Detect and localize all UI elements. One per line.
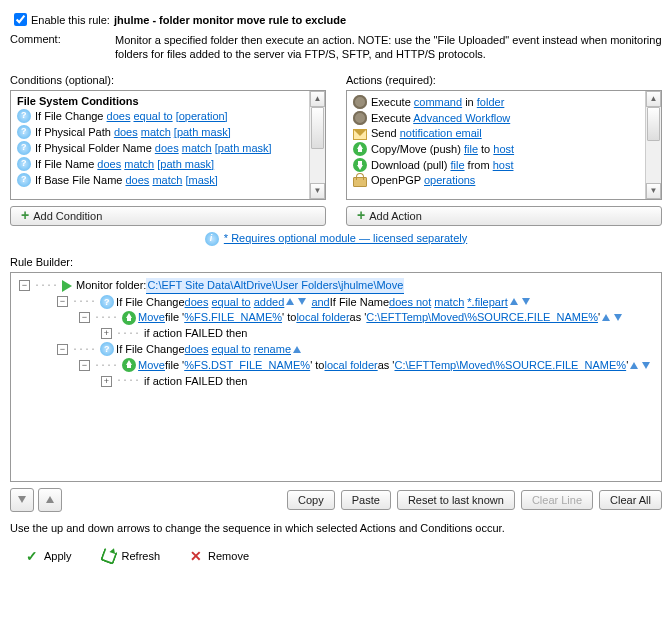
link[interactable]: operations bbox=[424, 174, 475, 186]
apply-action[interactable]: ✓ Apply bbox=[26, 548, 72, 564]
tree-collapse-icon[interactable]: − bbox=[57, 296, 68, 307]
condition-item[interactable]: If File Change does equal to [operation] bbox=[11, 108, 325, 124]
licensed-link[interactable]: * Requires optional module — licensed se… bbox=[224, 232, 467, 244]
tree-expand-icon[interactable]: + bbox=[101, 376, 112, 387]
clear-all-button[interactable]: Clear All bbox=[599, 490, 662, 510]
link[interactable]: local folder bbox=[296, 310, 349, 325]
link[interactable]: added bbox=[254, 295, 285, 310]
link[interactable]: C:\EFTTemp\Moved\%SOURCE.FILE_NAME% bbox=[366, 310, 598, 325]
tree-expand-icon[interactable]: + bbox=[101, 328, 112, 339]
tree-collapse-icon[interactable]: − bbox=[79, 360, 90, 371]
tree-row[interactable]: + ···· if action FAILED then bbox=[15, 326, 657, 341]
scrollbar[interactable]: ▲ ▼ bbox=[309, 91, 325, 199]
refresh-action[interactable]: Refresh bbox=[102, 549, 161, 563]
tree-row[interactable]: − ···· Move file ' %FS.FILE_NAME% ' to l… bbox=[15, 310, 657, 325]
condition-item[interactable]: If Physical Folder Name does match [path… bbox=[11, 140, 325, 156]
link[interactable]: file bbox=[450, 159, 464, 171]
arrow-down-icon[interactable] bbox=[614, 314, 622, 321]
move-down-button[interactable] bbox=[10, 488, 34, 512]
monitor-folder-link[interactable]: C:\EFT Site Data\AltDrive\User Folders\j… bbox=[146, 278, 404, 294]
tree-row[interactable]: − ···· If File Change does equal to rena… bbox=[15, 342, 657, 357]
add-action-button[interactable]: +Add Action bbox=[346, 206, 662, 226]
arrow-down-icon[interactable] bbox=[522, 298, 530, 305]
scroll-thumb[interactable] bbox=[647, 107, 660, 141]
link[interactable]: match bbox=[182, 142, 212, 154]
link[interactable]: C:\EFTTemp\Moved\%SOURCE.FILE_NAME% bbox=[394, 358, 626, 373]
link[interactable]: does bbox=[114, 126, 138, 138]
link[interactable]: Move bbox=[138, 310, 165, 325]
enable-rule-checkbox[interactable] bbox=[14, 13, 27, 26]
arrow-down-icon[interactable] bbox=[298, 298, 306, 305]
reset-button[interactable]: Reset to last known bbox=[397, 490, 515, 510]
link[interactable]: folder bbox=[477, 96, 505, 108]
scroll-thumb[interactable] bbox=[311, 107, 324, 149]
paste-button[interactable]: Paste bbox=[341, 490, 391, 510]
tree-collapse-icon[interactable]: − bbox=[19, 280, 30, 291]
arrow-up-icon[interactable] bbox=[286, 298, 294, 305]
condition-item[interactable]: If Physical Path does match [path mask] bbox=[11, 124, 325, 140]
add-condition-button[interactable]: +Add Condition bbox=[10, 206, 326, 226]
rule-builder-box[interactable]: − ···· Monitor folder: C:\EFT Site Data\… bbox=[10, 272, 662, 482]
tree-collapse-icon[interactable]: − bbox=[79, 312, 90, 323]
action-item[interactable]: Execute command in folder bbox=[347, 94, 661, 110]
arrow-up-icon[interactable] bbox=[602, 314, 610, 321]
arrow-down-icon[interactable] bbox=[642, 362, 650, 369]
link[interactable]: [path mask] bbox=[157, 158, 214, 170]
link[interactable]: host bbox=[493, 159, 514, 171]
link[interactable]: equal to bbox=[133, 110, 172, 122]
scrollbar[interactable]: ▲ ▼ bbox=[645, 91, 661, 199]
scroll-up-icon[interactable]: ▲ bbox=[310, 91, 325, 107]
link[interactable]: does bbox=[107, 110, 131, 122]
condition-item[interactable]: If Base File Name does match [mask] bbox=[11, 172, 325, 188]
arrow-up-icon[interactable] bbox=[510, 298, 518, 305]
link[interactable]: does not bbox=[389, 295, 431, 310]
scroll-down-icon[interactable]: ▼ bbox=[310, 183, 325, 199]
link[interactable]: Advanced Workflow bbox=[413, 112, 510, 124]
action-item[interactable]: Download (pull) file from host bbox=[347, 157, 661, 173]
link[interactable]: notification email bbox=[400, 127, 482, 139]
arrow-up-icon[interactable] bbox=[293, 346, 301, 353]
scroll-down-icon[interactable]: ▼ bbox=[646, 183, 661, 199]
conditions-listbox[interactable]: File System Conditions If File Change do… bbox=[10, 90, 326, 200]
clear-line-button[interactable]: Clear Line bbox=[521, 490, 593, 510]
link[interactable]: does bbox=[185, 342, 209, 357]
link[interactable]: rename bbox=[254, 342, 291, 357]
action-item[interactable]: Send notification email bbox=[347, 126, 661, 141]
link[interactable]: command bbox=[414, 96, 462, 108]
link[interactable]: does bbox=[185, 295, 209, 310]
link[interactable]: match bbox=[152, 174, 182, 186]
scroll-track[interactable] bbox=[310, 107, 325, 183]
link[interactable]: [path mask] bbox=[215, 142, 272, 154]
scroll-track[interactable] bbox=[646, 107, 661, 183]
move-up-button[interactable] bbox=[38, 488, 62, 512]
link[interactable]: %FS.FILE_NAME% bbox=[184, 310, 282, 325]
link[interactable]: does bbox=[125, 174, 149, 186]
link[interactable]: Move bbox=[138, 358, 165, 373]
link[interactable]: [mask] bbox=[185, 174, 217, 186]
link[interactable]: match bbox=[124, 158, 154, 170]
link[interactable]: file bbox=[464, 143, 478, 155]
link[interactable]: local folder bbox=[324, 358, 377, 373]
tree-row[interactable]: − ···· Move file ' %FS.DST_FILE_NAME% ' … bbox=[15, 358, 657, 373]
link[interactable]: equal to bbox=[212, 295, 251, 310]
link[interactable]: %FS.DST_FILE_NAME% bbox=[184, 358, 310, 373]
link[interactable]: match bbox=[141, 126, 171, 138]
link[interactable]: host bbox=[493, 143, 514, 155]
remove-action[interactable]: ✕ Remove bbox=[190, 548, 249, 564]
arrow-up-icon[interactable] bbox=[630, 362, 638, 369]
link[interactable]: and bbox=[311, 295, 329, 310]
tree-row[interactable]: − ···· If File Change does equal to adde… bbox=[15, 295, 657, 310]
link[interactable]: equal to bbox=[212, 342, 251, 357]
action-item[interactable]: Copy/Move (push) file to host bbox=[347, 141, 661, 157]
tree-row[interactable]: − ···· Monitor folder: C:\EFT Site Data\… bbox=[15, 278, 657, 294]
condition-item[interactable]: If File Name does match [path mask] bbox=[11, 156, 325, 172]
link[interactable]: [path mask] bbox=[174, 126, 231, 138]
link[interactable]: does bbox=[155, 142, 179, 154]
tree-row[interactable]: + ···· if action FAILED then bbox=[15, 374, 657, 389]
link[interactable]: *.filepart bbox=[467, 295, 507, 310]
tree-collapse-icon[interactable]: − bbox=[57, 344, 68, 355]
action-item[interactable]: Execute Advanced Workflow bbox=[347, 110, 661, 126]
action-item[interactable]: OpenPGP operations bbox=[347, 173, 661, 188]
link[interactable]: [operation] bbox=[176, 110, 228, 122]
link[interactable]: does bbox=[97, 158, 121, 170]
